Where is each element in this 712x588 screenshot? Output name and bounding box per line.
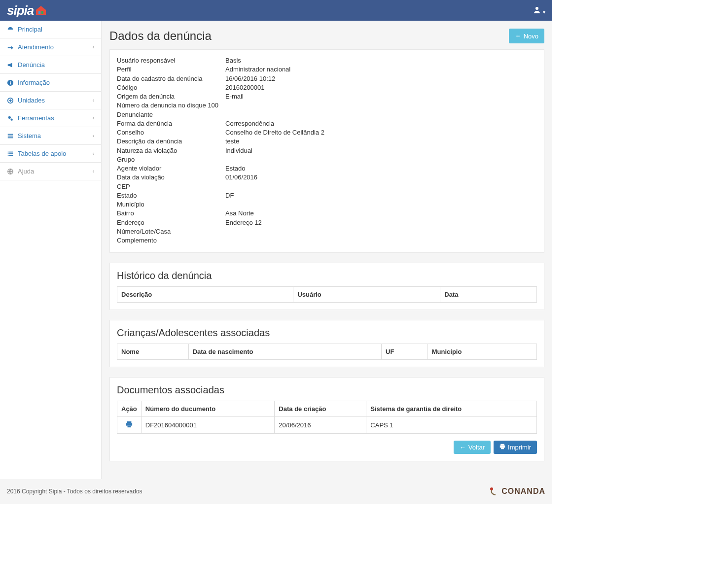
detail-label: Origem da denúncia (117, 93, 225, 101)
detail-row: Município (117, 201, 537, 208)
plus-icon: ＋ (515, 32, 521, 40)
sidebar-item-label: Atendimento (18, 43, 54, 51)
sidebar-item-denúncia[interactable]: Denúncia (0, 56, 101, 73)
back-button-label: Voltar (468, 444, 485, 451)
svg-point-8 (8, 116, 11, 118)
detail-value: Conselho de Direito de Ceilândia 2 (225, 129, 537, 137)
sidebar-item-atendimento[interactable]: Atendimento‹ (0, 38, 101, 56)
detail-label: Número da denuncia no disque 100 (117, 102, 225, 109)
history-table: DescriçãoUsuárioData (117, 286, 537, 303)
detail-value (225, 237, 537, 244)
sidebar-item-label: Ajuda (18, 168, 34, 175)
children-table: NomeData de nascimentoUFMunicípio (117, 344, 537, 360)
detail-row: Código20160200001 (117, 84, 537, 92)
detail-label: Conselho (117, 129, 225, 137)
detail-value (225, 102, 537, 109)
sidebar-item-label: Ferramentas (18, 114, 54, 122)
detail-value: Asa Norte (225, 209, 537, 217)
detail-label: Descrição da denúncia (117, 138, 225, 145)
svg-rect-23 (500, 444, 504, 446)
svg-rect-1 (41, 11, 43, 14)
svg-rect-12 (8, 137, 13, 138)
column-header: Data (440, 287, 537, 303)
sidebar-item-label: Denúncia (18, 61, 45, 69)
svg-point-2 (535, 7, 538, 10)
detail-row: Data do cadastro da denúncia16/06/2016 1… (117, 75, 537, 83)
detail-value: Basis (225, 57, 537, 65)
svg-rect-20 (127, 421, 132, 423)
chevron-left-icon: ‹ (93, 98, 94, 103)
detail-row: Data da violação01/06/2016 (117, 173, 537, 181)
svg-rect-0 (38, 11, 40, 14)
detail-value (225, 201, 537, 208)
children-title: Crianças/Adolescentes associadas (117, 327, 537, 339)
detail-row: EstadoDF (117, 192, 537, 200)
logo[interactable]: sipia (7, 3, 47, 18)
sidebar-item-informação[interactable]: Informação (0, 74, 101, 91)
svg-point-9 (10, 118, 12, 120)
print-button[interactable]: Imprimir (494, 441, 537, 454)
svg-rect-25 (501, 448, 504, 450)
gears-icon (7, 115, 14, 122)
detail-label: Perfil (117, 66, 225, 73)
detail-label: Forma da denúncia (117, 120, 225, 128)
detail-label: Município (117, 201, 225, 208)
detail-row: Denunciante (117, 111, 537, 119)
detail-label: Denunciante (117, 111, 225, 119)
arrow-left-icon: ← (460, 444, 466, 451)
detail-label: Data do cadastro da denúncia (117, 75, 225, 83)
detail-value (225, 228, 537, 236)
conanda-logo: CONANDA (489, 486, 545, 497)
detail-label: Usuário responsável (117, 57, 225, 65)
column-header: Data de nascimento (188, 344, 381, 360)
sidebar-item-tabelas-de-apoio[interactable]: Tabelas de apoio‹ (0, 145, 101, 162)
svg-rect-18 (9, 155, 13, 156)
detail-row: Agente violadorEstado (117, 165, 537, 173)
sidebar-item-ferramentas[interactable]: Ferramentas‹ (0, 109, 101, 127)
sidebar-item-sistema[interactable]: Sistema‹ (0, 127, 101, 144)
detail-label: Complemento (117, 237, 225, 244)
column-header: Ação (117, 401, 142, 417)
sidebar-item-unidades[interactable]: Unidades‹ (0, 92, 101, 109)
detail-label: CEP (117, 183, 225, 191)
chevron-left-icon: ‹ (93, 151, 94, 156)
details-panel: Usuário responsávelBasisPerfilAdministra… (109, 49, 544, 253)
doc-system: CAPS 1 (366, 417, 537, 434)
new-button[interactable]: ＋ Novo (509, 29, 544, 43)
svg-rect-17 (8, 155, 9, 156)
detail-value (225, 156, 537, 164)
svg-point-26 (490, 487, 493, 490)
main-content: Dados da denúncia ＋ Novo Usuário respons… (102, 21, 552, 479)
detail-label: Código (117, 84, 225, 92)
print-button-label: Imprimir (508, 444, 531, 451)
detail-value (225, 111, 537, 119)
row-print-icon[interactable] (126, 422, 133, 429)
svg-rect-3 (10, 28, 11, 30)
table-row: DF20160400000120/06/2016CAPS 1 (117, 417, 537, 434)
svg-rect-14 (9, 151, 13, 152)
svg-rect-5 (10, 82, 11, 84)
page-title: Dados da denúncia (109, 29, 212, 43)
back-button[interactable]: ← Voltar (454, 441, 491, 454)
column-header: Descrição (117, 287, 293, 303)
sidebar: PrincipalAtendimento‹DenúnciaInformaçãoU… (0, 21, 102, 479)
detail-label: Bairro (117, 209, 225, 217)
detail-row: BairroAsa Norte (117, 209, 537, 217)
user-menu[interactable]: ▾ (533, 6, 545, 15)
detail-row: Natureza da violaçãoIndividual (117, 147, 537, 155)
chevron-left-icon: ‹ (93, 169, 94, 174)
sidebar-item-label: Sistema (18, 132, 41, 139)
detail-row: Origem da denúnciaE-mail (117, 93, 537, 101)
globe-icon (7, 168, 14, 175)
detail-value: 16/06/2016 10:12 (225, 75, 537, 83)
info-icon (7, 79, 14, 86)
detail-row: Grupo (117, 156, 537, 164)
column-header: Número do ducumento (141, 401, 275, 417)
column-header: Data de criação (275, 401, 366, 417)
copyright-text: 2016 Copyright Sipia - Todos os direitos… (7, 488, 142, 495)
sidebar-item-principal[interactable]: Principal (0, 21, 101, 38)
detail-label: Grupo (117, 156, 225, 164)
documents-panel: Documentos associadas AçãoNúmero do ducu… (109, 377, 544, 461)
column-header: Município (427, 344, 536, 360)
chevron-left-icon: ‹ (93, 44, 94, 50)
